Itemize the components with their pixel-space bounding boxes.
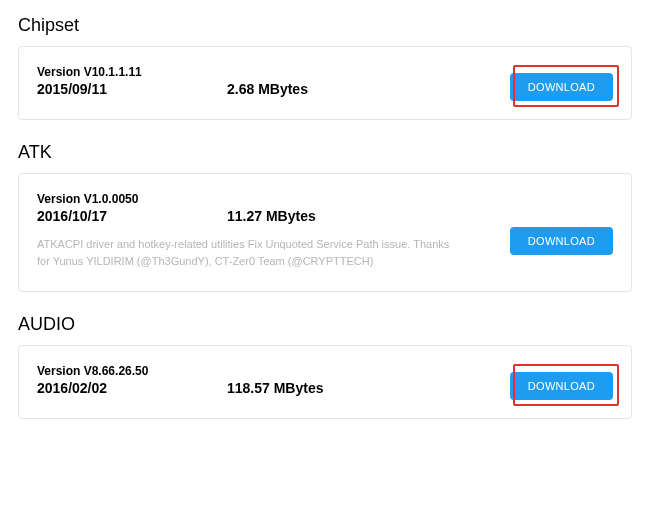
download-button[interactable]: DOWNLOAD [510,372,613,400]
version-label: Version V1.0.0050 [37,192,613,206]
meta-row: 2016/10/17 11.27 MBytes [37,208,613,224]
driver-section-audio: AUDIO Version V8.66.26.50 2016/02/02 118… [18,314,632,419]
section-title: ATK [18,142,632,163]
driver-card: Version V8.66.26.50 2016/02/02 118.57 MB… [18,345,632,419]
release-date: 2016/02/02 [37,380,227,396]
release-date: 2015/09/11 [37,81,227,97]
description: ATKACPI driver and hotkey-related utilit… [37,236,457,269]
driver-card: Version V10.1.1.11 2015/09/11 2.68 MByte… [18,46,632,120]
driver-section-atk: ATK Version V1.0.0050 2016/10/17 11.27 M… [18,142,632,292]
download-button[interactable]: DOWNLOAD [510,227,613,255]
driver-section-chipset: Chipset Version V10.1.1.11 2015/09/11 2.… [18,15,632,120]
section-title: AUDIO [18,314,632,335]
download-button[interactable]: DOWNLOAD [510,73,613,101]
file-size: 11.27 MBytes [227,208,316,224]
driver-card: Version V1.0.0050 2016/10/17 11.27 MByte… [18,173,632,292]
file-size: 118.57 MBytes [227,380,324,396]
section-title: Chipset [18,15,632,36]
release-date: 2016/10/17 [37,208,227,224]
file-size: 2.68 MBytes [227,81,308,97]
